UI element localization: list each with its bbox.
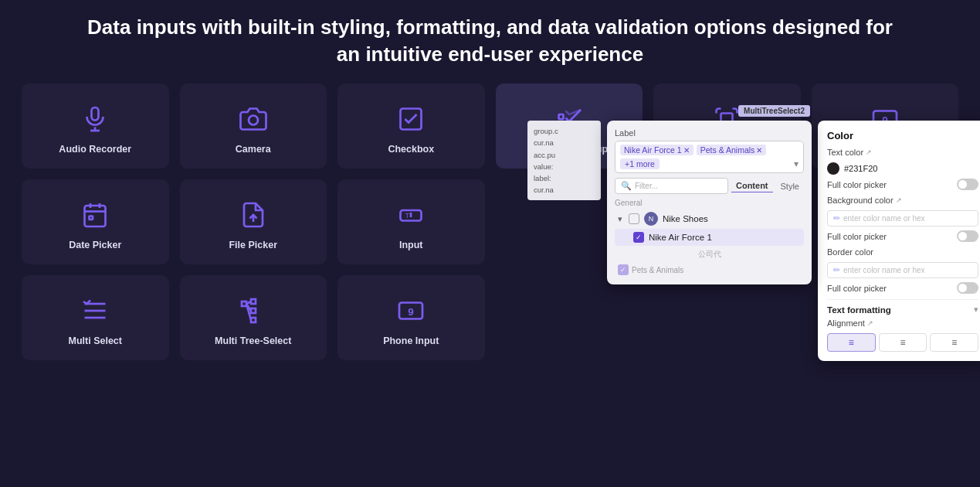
multi-tree-panel: MultiTreeSelect2 Label Nike Air Force 1 … [607, 121, 812, 284]
code-line-2: cur.na [534, 137, 595, 148]
mtp-avatar-nike-shoes: N [644, 212, 658, 226]
card-phone-input[interactable]: 9 Phone Input [337, 275, 485, 360]
mtp-label: Label [615, 128, 804, 138]
code-line-1: group.c [534, 125, 595, 137]
expand-icon: ▾ [618, 214, 622, 224]
mtp-item-nike-shoes[interactable]: ▾ N Nike Shoes [615, 209, 804, 229]
header: Data inputs with built-in styling, forma… [0, 0, 980, 83]
card-camera[interactable]: Camera [180, 83, 327, 169]
svg-rect-27 [251, 308, 256, 313]
align-center-button[interactable]: ≡ [879, 333, 927, 352]
mtp-search-box[interactable]: 🔍 Filter... [615, 178, 728, 194]
card-label: Input [399, 240, 423, 250]
svg-point-3 [249, 116, 258, 125]
cfg-bg-color-label: Background color ↗ [827, 196, 902, 205]
check-square-icon [394, 102, 428, 136]
cfg-color-row: #231F20 [827, 162, 978, 175]
card-input[interactable]: T Input [337, 179, 485, 264]
config-panel: Color Text color ↗ #231F20 [818, 121, 980, 361]
divider [827, 299, 978, 300]
chevron-icon: ▾ [974, 305, 978, 315]
cfg-full-picker-label: Full color picker [827, 180, 887, 189]
pencil-icon: ✏ [833, 213, 840, 223]
cfg-text-color-label: Text color ↗ [827, 148, 872, 157]
chevron-down-icon: ▾ [794, 158, 799, 169]
overlay-container: group.c cur.na acc.pu value: label: cur.… [527, 121, 980, 361]
svg-rect-26 [251, 299, 256, 304]
card-date-picker[interactable]: Date Picker [22, 179, 169, 264]
card-label: File Picker [229, 240, 277, 250]
mtp-tags-container[interactable]: Nike Air Force 1 ✕ Pets & Animals ✕ +1 m… [615, 141, 804, 173]
cfg-alignment-label: Alignment ↗ [827, 318, 873, 328]
card-file-picker[interactable]: File Picker [180, 179, 327, 264]
svg-rect-17 [90, 216, 93, 220]
search-icon: 🔍 [621, 181, 632, 191]
cfg-border-color-label: Border color [827, 247, 873, 257]
card-multi-select[interactable]: Multi Select [22, 275, 169, 360]
card-checkbox[interactable]: Checkbox [337, 83, 485, 169]
page-title: Data inputs with built-in styling, forma… [77, 14, 903, 68]
mtp-item-label: Nike Shoes [663, 214, 708, 223]
border-color-input[interactable]: ✏ enter color name or hex [827, 262, 978, 278]
cfg-full-picker-label-2: Full color picker [827, 232, 887, 241]
card-label: Audio Recorder [59, 144, 131, 155]
border-color-placeholder: enter color name or hex [843, 266, 925, 274]
svg-rect-7 [558, 114, 563, 119]
cfg-full-picker-row-3: Full color picker [827, 282, 978, 294]
mtp-footer: 公司代 [615, 246, 804, 263]
card-label: Camera [236, 144, 271, 155]
mtp-item-nike-air[interactable]: ✓ Nike Air Force 1 [615, 229, 804, 246]
tab-content[interactable]: Content [731, 179, 773, 192]
align-right-button[interactable]: ≡ [930, 333, 978, 352]
mic-icon [78, 102, 112, 136]
code-line-5: label: [534, 172, 595, 184]
mtp-tag-1-remove[interactable]: ✕ [683, 146, 690, 155]
svg-rect-13 [85, 206, 106, 226]
cfg-full-picker-row: Full color picker [827, 179, 978, 190]
svg-text:T: T [405, 212, 410, 220]
cfg-text-formatting[interactable]: Text formatting ▾ [827, 305, 978, 315]
card-label: Multi Select [69, 335, 122, 346]
bg-color-input[interactable]: ✏ enter color name or hex [827, 210, 978, 226]
card-label: Checkbox [388, 144, 434, 155]
color-value: #231F20 [844, 164, 877, 173]
mtp-more-tag[interactable]: +1 more [620, 158, 660, 169]
mtp-hint-label: Pets & Animals [632, 266, 683, 274]
svg-rect-25 [242, 301, 246, 306]
cfg-alignment-row: Alignment ↗ [827, 318, 978, 328]
mtp-tag-2-remove[interactable]: ✕ [756, 146, 762, 155]
card-label: Date Picker [69, 240, 121, 250]
pencil-icon-2: ✏ [833, 265, 840, 275]
mtp-tag-1[interactable]: Nike Air Force 1 ✕ [620, 145, 693, 155]
full-color-picker-toggle-3[interactable] [957, 282, 978, 294]
external-link-icon: ↗ [866, 148, 872, 156]
mtp-item-label: Nike Air Force 1 [649, 233, 712, 242]
card-label: Phone Input [383, 335, 439, 346]
mtp-search-row: 🔍 Filter... Content Style [615, 178, 804, 194]
mtp-check-hint: ✓ [618, 264, 629, 275]
full-color-picker-toggle-2[interactable] [957, 230, 978, 242]
cfg-full-picker-label-3: Full color picker [827, 284, 887, 293]
bg-color-placeholder: enter color name or hex [843, 214, 925, 223]
svg-rect-28 [251, 318, 256, 322]
mtp-checkbox-nike-air[interactable]: ✓ [633, 232, 644, 243]
external-link-icon-2: ↗ [896, 196, 902, 204]
mtp-checkbox-nike-shoes[interactable] [629, 213, 639, 224]
multi-select-icon [78, 294, 112, 328]
external-link-icon-3: ↗ [867, 319, 873, 327]
file-upload-icon [236, 198, 270, 232]
mtp-tag-1-label: Nike Air Force 1 [624, 145, 682, 155]
color-swatch [827, 162, 839, 175]
calendar-icon [78, 198, 112, 232]
tab-style[interactable]: Style [776, 180, 804, 192]
align-left-button[interactable]: ≡ [827, 333, 876, 352]
card-audio-recorder[interactable]: Audio Recorder [22, 83, 169, 169]
mtp-tag-2[interactable]: Pets & Animals ✕ [697, 145, 767, 155]
svg-rect-0 [92, 107, 99, 121]
cfg-border-color-row: Border color [827, 247, 978, 257]
code-line-4: value: [534, 161, 595, 172]
full-color-picker-toggle[interactable] [957, 179, 978, 190]
card-multi-tree-select[interactable]: Multi Tree-Select [180, 275, 327, 360]
overlay-inner: group.c cur.na acc.pu value: label: cur.… [527, 121, 980, 361]
filter-placeholder: Filter... [635, 182, 658, 190]
